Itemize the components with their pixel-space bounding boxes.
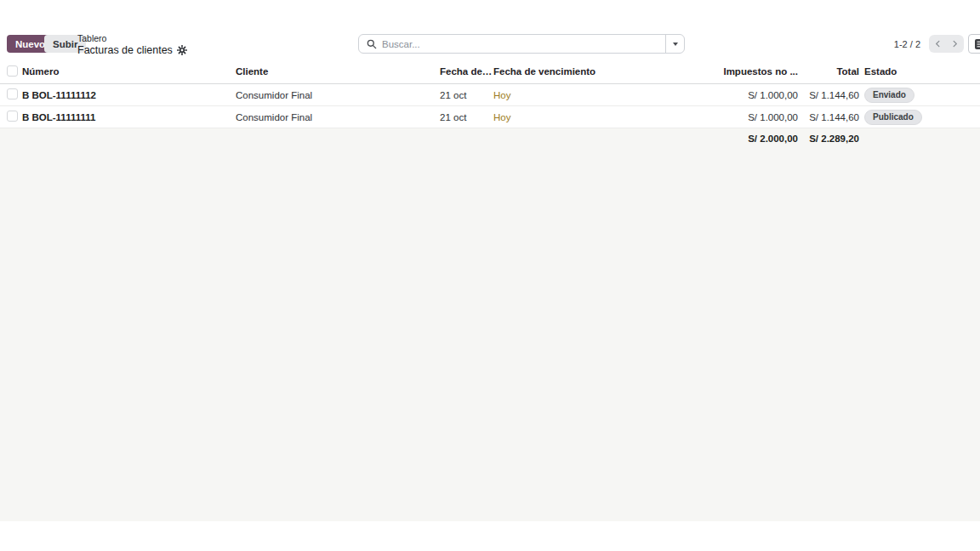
breadcrumb: Tablero Facturas de clientes bbox=[77, 33, 187, 56]
chevron-right-icon[interactable] bbox=[951, 40, 959, 48]
table-row[interactable]: B BOL-11111112 Consumidor Final 21 oct H… bbox=[0, 84, 980, 106]
status-badge: Enviado bbox=[864, 88, 914, 103]
cell-fecha-factura: 21 oct bbox=[440, 90, 493, 100]
cell-cliente: Consumidor Final bbox=[236, 90, 440, 100]
status-badge: Publicado bbox=[864, 110, 922, 125]
page-title: Facturas de clientes bbox=[77, 44, 173, 56]
cell-numero: B BOL-11111112 bbox=[22, 90, 236, 100]
cell-fecha-vencimiento: Hoy bbox=[493, 112, 636, 122]
cell-cliente: Consumidor Final bbox=[236, 112, 440, 122]
header-total[interactable]: Total bbox=[805, 66, 863, 77]
cell-impuestos: S/ 1.000,00 bbox=[636, 112, 805, 122]
header-numero[interactable]: Número bbox=[22, 66, 236, 77]
search-bar bbox=[358, 34, 685, 54]
caret-down-icon bbox=[673, 43, 678, 46]
header-cliente[interactable]: Cliente bbox=[236, 66, 440, 77]
row-checkbox[interactable] bbox=[7, 88, 18, 99]
cell-impuestos: S/ 1.000,00 bbox=[636, 90, 805, 100]
header-fecha-vencimiento[interactable]: Fecha de vencimiento bbox=[493, 66, 636, 77]
table-header-row: Número Cliente Fecha de fa... Fecha de v… bbox=[0, 60, 980, 84]
header-fecha-factura[interactable]: Fecha de fa... bbox=[440, 66, 493, 77]
cell-total: S/ 1.144,60 bbox=[805, 112, 863, 122]
list-view-icon bbox=[975, 39, 980, 49]
chevron-left-icon[interactable] bbox=[934, 40, 942, 48]
footer-impuestos-total: S/ 2.000,00 bbox=[636, 133, 805, 144]
cell-fecha-factura: 21 oct bbox=[440, 112, 493, 122]
header-impuestos[interactable]: Impuestos no ... bbox=[636, 66, 805, 77]
row-checkbox[interactable] bbox=[7, 111, 18, 122]
cell-total: S/ 1.144,60 bbox=[805, 90, 863, 100]
invoice-table: Número Cliente Fecha de fa... Fecha de v… bbox=[0, 60, 980, 149]
cell-numero: B BOL-11111111 bbox=[22, 112, 236, 122]
cell-fecha-vencimiento: Hoy bbox=[493, 90, 636, 100]
breadcrumb-parent[interactable]: Tablero bbox=[77, 33, 187, 43]
search-icon bbox=[367, 39, 377, 49]
search-input[interactable] bbox=[377, 39, 665, 49]
table-footer-row: S/ 2.000,00 S/ 2.289,20 bbox=[0, 128, 980, 149]
table-row[interactable]: B BOL-11111111 Consumidor Final 21 oct H… bbox=[0, 106, 980, 128]
invoice-list-page: Nuevo Subir Tablero Facturas de clientes bbox=[0, 0, 980, 551]
select-all-checkbox[interactable] bbox=[7, 65, 18, 77]
list-view-button[interactable] bbox=[968, 34, 980, 54]
pager-range: 1-2 / 2 bbox=[894, 39, 920, 49]
gear-icon[interactable] bbox=[177, 45, 187, 55]
pager: 1-2 / 2 bbox=[894, 34, 980, 54]
header-estado[interactable]: Estado bbox=[863, 66, 980, 77]
footer-total-total: S/ 2.289,20 bbox=[805, 133, 863, 144]
search-dropdown-toggle[interactable] bbox=[665, 35, 684, 53]
pager-arrows bbox=[929, 35, 964, 53]
